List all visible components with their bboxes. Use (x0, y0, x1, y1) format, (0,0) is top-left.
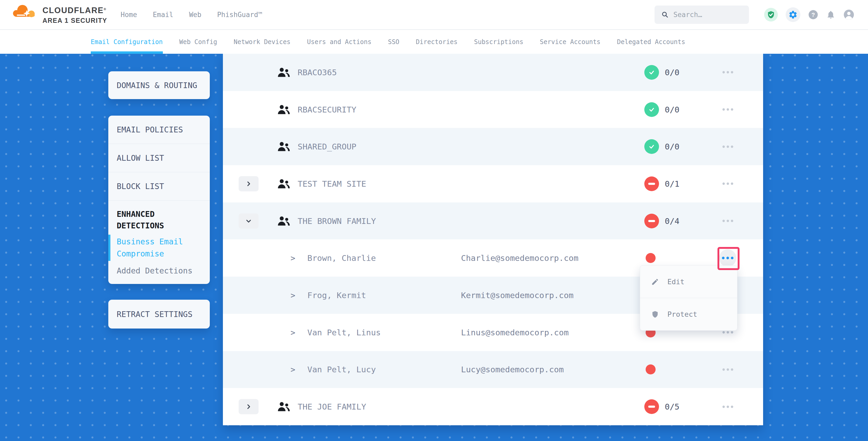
member-count: 0/4 (665, 216, 679, 226)
status-blocked-badge (644, 177, 659, 191)
table-row-group[interactable]: SHARED_GROUP 0/0 (223, 128, 763, 165)
nav-email[interactable]: Email (153, 11, 173, 19)
chevron-right-icon (245, 404, 252, 410)
notifications-bell-icon[interactable] (826, 10, 835, 20)
user-name: Frog, Kermit (307, 290, 366, 300)
sidebar-item-allow-list[interactable]: ALLOW LIST (108, 144, 210, 172)
alert-dot (646, 253, 656, 263)
row-actions-button[interactable] (716, 361, 740, 378)
member-caret-icon: > (290, 254, 295, 263)
row-actions-button[interactable] (716, 101, 740, 118)
enhanced-detections-section: ENHANCED DETECTIONS Business Email Compr… (108, 200, 210, 284)
status-blocked-badge (644, 399, 659, 414)
check-icon (648, 106, 655, 113)
alert-dot (646, 365, 656, 374)
sidebar-item-email-policies[interactable]: EMAIL POLICIES (108, 116, 210, 144)
user-email: Charlie@somedemocorp.com (461, 253, 579, 263)
brand-name: CLOUDFLARE® (42, 6, 107, 15)
search-box[interactable] (655, 5, 749, 24)
sidebar-item-domains-routing[interactable]: DOMAINS & ROUTING (108, 71, 210, 99)
group-name: THE JOE FAMILY (298, 402, 366, 411)
tab-sso[interactable]: SSO (388, 30, 399, 54)
member-caret-icon: > (290, 328, 295, 337)
sidebar-link-business-email-compromise[interactable]: Business Email Compromise (117, 236, 202, 260)
pencil-icon (651, 278, 659, 286)
help-icon[interactable]: ? (808, 10, 818, 20)
shield-check-icon[interactable] (764, 8, 778, 22)
expand-chevron-button[interactable] (239, 176, 258, 191)
tab-directories[interactable]: Directories (416, 30, 458, 54)
groups-table: RBACO365 0/0 RBACSECURITY 0/0 (223, 54, 763, 425)
enhanced-detections-title: ENHANCED DETECTIONS (117, 209, 202, 231)
group-name: TEST TEAM SITE (298, 179, 366, 189)
chevron-right-icon (245, 181, 252, 187)
row-actions-button[interactable] (716, 398, 740, 415)
table-row-group[interactable]: THE BROWN FAMILY 0/4 (223, 202, 763, 240)
nav-phishguard[interactable]: PhishGuard™ (217, 11, 262, 19)
shield-icon (651, 310, 659, 318)
member-count: 0/5 (665, 402, 679, 411)
status-ok-badge (644, 102, 659, 117)
table-row-user[interactable]: > Van Pelt, Lucy Lucy@somedemocorp.com (223, 351, 763, 388)
table-row-group[interactable]: RBACO365 0/0 (223, 54, 763, 91)
minus-icon (648, 220, 655, 222)
sidebar-item-block-list[interactable]: BLOCK LIST (108, 172, 210, 200)
cloudflare-cloud-icon (12, 4, 40, 19)
settings-gear-icon[interactable] (786, 7, 800, 22)
row-actions-button[interactable] (716, 175, 740, 192)
tab-users-and-actions[interactable]: Users and Actions (307, 30, 372, 54)
context-menu: Edit Protect (640, 265, 737, 330)
check-icon (648, 69, 655, 76)
tab-web-config[interactable]: Web Config (179, 30, 217, 54)
menu-item-edit[interactable]: Edit (640, 265, 737, 298)
page: CLOUDFLARE® AREA 1 SECURITY Home Email W… (0, 0, 868, 441)
tab-email-configuration[interactable]: Email Configuration (91, 30, 163, 54)
sidebar-item-retract-settings[interactable]: RETRACT SETTINGS (108, 300, 210, 328)
search-icon (661, 11, 669, 18)
group-icon (277, 104, 290, 115)
status-blocked-badge (644, 214, 659, 228)
table-row-group[interactable]: RBACSECURITY 0/0 (223, 91, 763, 128)
row-actions-button-open[interactable] (716, 249, 740, 266)
brand-subtitle: AREA 1 SECURITY (42, 17, 107, 24)
user-email: Linus@somedemocorp.com (461, 328, 569, 337)
user-name: Van Pelt, Lucy (307, 365, 376, 374)
primary-nav: Home Email Web PhishGuard™ (121, 0, 262, 29)
row-actions-button[interactable] (716, 212, 740, 230)
row-actions-button[interactable] (716, 138, 740, 155)
menu-item-label: Edit (668, 278, 684, 286)
nav-home[interactable]: Home (121, 11, 137, 19)
secondary-nav: Email Configuration Web Config Network D… (0, 30, 868, 54)
expand-chevron-button[interactable] (239, 399, 258, 414)
user-email: Kermit@somedemocorp.com (461, 290, 574, 300)
app-header: CLOUDFLARE® AREA 1 SECURITY Home Email W… (0, 0, 868, 30)
group-icon (277, 402, 290, 412)
search-input[interactable] (674, 11, 744, 19)
user-name: Van Pelt, Linus (307, 328, 381, 337)
tab-subscriptions[interactable]: Subscriptions (474, 30, 523, 54)
collapse-chevron-button[interactable] (239, 213, 258, 229)
member-caret-icon: > (290, 290, 295, 300)
tab-network-devices[interactable]: Network Devices (234, 30, 290, 54)
sidebar-link-added-detections[interactable]: Added Detections (117, 265, 202, 277)
group-icon (277, 67, 290, 77)
tab-delegated-accounts[interactable]: Delegated Accounts (617, 30, 685, 54)
cloudflare-logo[interactable]: CLOUDFLARE® AREA 1 SECURITY (12, 2, 107, 24)
row-actions-button[interactable] (716, 64, 740, 81)
member-caret-icon: > (290, 365, 295, 374)
menu-item-label: Protect (668, 310, 697, 318)
tab-service-accounts[interactable]: Service Accounts (540, 30, 600, 54)
user-name: Brown, Charlie (307, 253, 376, 263)
table-row-group[interactable]: THE JOE FAMILY 0/5 (223, 388, 763, 425)
table-row-group[interactable]: TEST TEAM SITE 0/1 (223, 165, 763, 202)
member-count: 0/1 (665, 179, 679, 189)
user-email: Lucy@somedemocorp.com (461, 365, 564, 374)
registered-mark: ® (104, 7, 107, 11)
account-icon[interactable] (843, 9, 855, 20)
group-icon (277, 141, 290, 152)
nav-web[interactable]: Web (189, 11, 202, 19)
sidebar-policies-card: EMAIL POLICIES ALLOW LIST BLOCK LIST ENH… (108, 116, 210, 284)
group-name: RBACO365 (298, 68, 337, 77)
menu-item-protect[interactable]: Protect (640, 298, 737, 330)
group-icon (277, 216, 290, 226)
